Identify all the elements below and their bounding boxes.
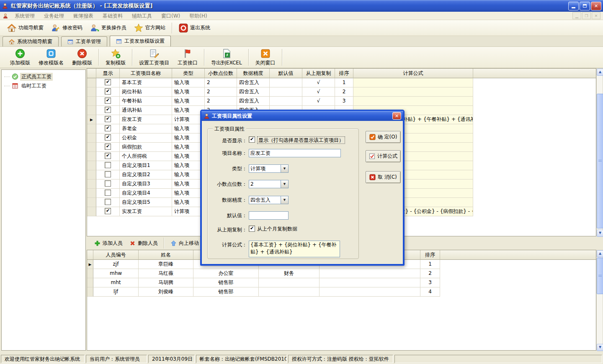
row-display-checkbox[interactable]: ✔	[105, 134, 111, 141]
cancel-button[interactable]: 取 消(C)	[366, 171, 401, 183]
ok-button[interactable]: 确 定(O)	[366, 131, 401, 143]
row-display-checkbox[interactable]: ✔	[105, 97, 111, 104]
delete-person-button[interactable]: 删除人员	[126, 238, 161, 248]
row-display-checkbox[interactable]: ✔	[105, 88, 111, 95]
column-header[interactable]: 姓名	[139, 250, 193, 260]
move-up-button[interactable]: 向上移动	[167, 238, 202, 248]
decimals-select[interactable]: 2 ▼	[249, 180, 289, 188]
menu-item[interactable]: 业务处理	[39, 12, 69, 20]
add-template-button[interactable]: 添加模版	[6, 48, 34, 67]
precision-select[interactable]: 四舍五入 ▼	[249, 196, 289, 204]
close-button[interactable]: ✕	[591, 2, 601, 10]
scroll-thumb[interactable]	[597, 258, 603, 294]
tab-salary-template[interactable]: 工资发放模版设置	[110, 36, 171, 46]
add-person-button[interactable]: 添加人员	[91, 238, 126, 248]
row-display-checkbox[interactable]: ✔	[105, 116, 111, 122]
table-row[interactable]: mhw马红薇办公室财务2	[87, 269, 596, 278]
official-website-button[interactable]: 官方网站	[130, 22, 169, 34]
menu-item[interactable]: 辅助工具	[127, 12, 157, 20]
nav-window-button[interactable]: 功能导航窗	[3, 22, 47, 34]
column-header[interactable]: 小数点位数	[205, 69, 237, 78]
copy-prev-checkbox[interactable]: ✔	[249, 226, 255, 232]
row-display-checkbox[interactable]: ✔	[105, 79, 111, 85]
row-display-checkbox[interactable]	[105, 199, 111, 205]
table-row[interactable]: ljf刘俊峰销售部4	[87, 287, 596, 297]
column-header[interactable]: 从上期复制	[302, 69, 335, 78]
default-value-input[interactable]	[249, 211, 289, 220]
row-display-checkbox[interactable]	[105, 180, 111, 187]
rename-template-button[interactable]: 修改模版名	[34, 48, 68, 67]
table-row[interactable]: ✔午餐补贴输入项2四舍五入√3	[87, 97, 596, 106]
exit-system-button[interactable]: 退出系统	[175, 22, 214, 34]
menu-item[interactable]: 基础资料	[98, 12, 127, 20]
column-header[interactable]: 排序	[335, 69, 353, 78]
flag-icon	[183, 49, 193, 59]
column-header[interactable]: 显示	[96, 69, 120, 78]
change-password-button[interactable]: 修改密码	[47, 22, 86, 34]
mdi-minimize-button[interactable]: ▁	[572, 12, 581, 19]
formula-textarea[interactable]: {基本工资} + {岗位补贴} + {午餐补贴} + {通讯补贴}	[249, 241, 340, 257]
copy-prev-checkbox-label[interactable]: 从上个月复制数据	[257, 226, 297, 233]
column-header[interactable]	[87, 69, 96, 78]
item-name-input[interactable]	[249, 149, 341, 157]
formula-button[interactable]: 计算公式	[366, 150, 401, 162]
scroll-down-arrow[interactable]: ▼	[597, 230, 603, 237]
row-display-checkbox[interactable]: ✔	[105, 144, 111, 150]
table-cell: 个人所得税	[120, 152, 172, 161]
menu-item[interactable]: 帮助(H)	[185, 12, 211, 20]
restore-button[interactable]	[580, 2, 590, 10]
column-header[interactable]: 数据精度	[237, 69, 270, 78]
column-header[interactable]: 计算公式	[353, 69, 473, 78]
menu-item[interactable]: 窗口(W)	[157, 12, 185, 20]
change-password-button-label: 修改密码	[62, 24, 82, 31]
row-display-checkbox[interactable]	[105, 171, 111, 177]
table-row[interactable]: ✔岗位补贴输入项2四舍五入√2	[87, 87, 596, 97]
tab-system-nav[interactable]: 系统功能导航窗	[3, 36, 59, 46]
tree-item[interactable]: 正式员工工资	[2, 72, 85, 81]
salary-grid-scrollbar[interactable]: ▲▼	[596, 68, 603, 236]
row-display-checkbox[interactable]: ✔	[105, 107, 111, 113]
column-header[interactable]: 默认值	[270, 69, 302, 78]
type-select[interactable]: 计算项 ▼	[249, 164, 289, 173]
status-segment: 2011年03月09日	[148, 355, 195, 363]
mdi-restore-button[interactable]: ❐	[582, 12, 591, 19]
show-checkbox[interactable]: ✔	[249, 136, 255, 143]
status-segment: 欢迎使用红管家财务出纳记帐系统	[1, 355, 85, 363]
chevron-down-icon[interactable]: ▼	[281, 180, 288, 188]
table-row[interactable]: ✔基本工资输入项2四舍五入√1	[87, 78, 596, 87]
show-checkbox-label[interactable]: 显示（打勾选择是否显示该工资项目）	[257, 136, 345, 144]
menu-item[interactable]: 账簿报表	[69, 12, 98, 20]
chevron-down-icon[interactable]: ▼	[281, 196, 288, 204]
column-header[interactable]	[87, 250, 93, 260]
delete-template-button[interactable]: 删除模版	[68, 48, 96, 67]
menu-item[interactable]: 系统管理	[10, 12, 39, 20]
people-grid-scrollbar[interactable]: ▲▼	[596, 250, 603, 351]
dialog-close-button[interactable]: ✕	[392, 112, 401, 120]
close-window-button[interactable]: 关闭窗口	[251, 48, 280, 67]
row-display-checkbox[interactable]: ✔	[105, 153, 111, 159]
row-display-checkbox[interactable]	[105, 190, 111, 196]
status-bar: 欢迎使用红管家财务出纳记帐系统当前用户：系统管理员2011年03月09日帐套名称…	[0, 354, 603, 364]
scroll-up-arrow[interactable]: ▲	[597, 250, 603, 257]
column-header[interactable]: 类型	[172, 69, 205, 78]
scroll-thumb[interactable]	[597, 94, 603, 228]
column-header[interactable]: 排序	[420, 250, 440, 260]
export-excel-button[interactable]: 导出到EXCEL	[207, 48, 246, 67]
set-salary-items-button[interactable]: 设置工资项目	[135, 48, 173, 67]
tab-salary-sheet[interactable]: 工资单管理	[61, 36, 107, 46]
tree-item[interactable]: 临时工工资	[2, 81, 85, 90]
row-display-checkbox[interactable]: ✔	[105, 125, 111, 131]
scroll-down-arrow[interactable]: ▼	[597, 344, 603, 351]
minimize-button[interactable]	[568, 2, 579, 10]
column-header[interactable]: 人员编号	[93, 250, 139, 260]
salary-interface-button[interactable]: 工资接口	[173, 48, 202, 67]
column-header[interactable]: 工资项目名称	[120, 69, 172, 78]
chevron-down-icon[interactable]: ▼	[281, 165, 288, 172]
row-display-checkbox[interactable]: ✔	[105, 208, 111, 214]
mdi-close-button[interactable]: ✕	[592, 12, 600, 19]
row-display-checkbox[interactable]	[105, 162, 111, 168]
copy-template-button[interactable]: 复制模版	[101, 48, 130, 67]
scroll-up-arrow[interactable]: ▲	[597, 69, 603, 76]
table-row[interactable]: mht马胡腾销售部3	[87, 278, 596, 287]
switch-operator-button[interactable]: 更换操作员	[86, 22, 130, 34]
